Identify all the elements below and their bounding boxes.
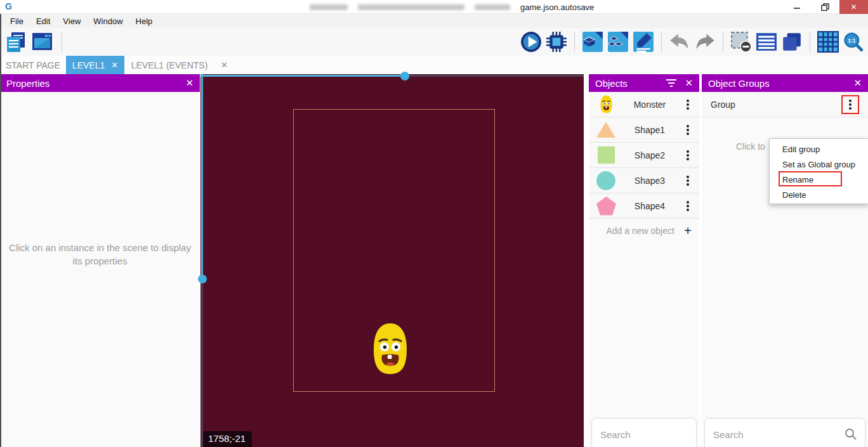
menu-window[interactable]: Window: [87, 16, 129, 26]
menu-file[interactable]: File: [4, 16, 30, 26]
group-row[interactable]: Group: [702, 92, 868, 117]
menu-view[interactable]: View: [56, 16, 87, 26]
vertical-scrollbar-track[interactable]: [201, 279, 203, 447]
object-name: Shape3: [618, 176, 681, 186]
object-menu-icon[interactable]: [687, 179, 689, 182]
object-groups-title: Object Groups: [708, 78, 770, 89]
window-left-border: [0, 14, 1, 447]
object-groups-header: Object Groups ✕: [702, 74, 868, 92]
monster-thumbnail: [594, 94, 618, 114]
monster-instance[interactable]: [369, 321, 411, 376]
instances-list-icon[interactable]: [756, 31, 777, 53]
tab-close-icon[interactable]: ✕: [221, 60, 228, 70]
objects-title: Objects: [595, 78, 628, 89]
menu-item-edit-group[interactable]: Edit group: [770, 142, 868, 157]
object-menu-icon[interactable]: [687, 154, 689, 157]
menu-edit[interactable]: Edit: [30, 16, 56, 26]
menu-item-delete[interactable]: Delete: [770, 188, 868, 203]
objects-search-box[interactable]: [591, 418, 697, 447]
object-row-shape4[interactable]: Shape4: [589, 193, 699, 219]
objects-panel: Objects ✕ Monster: [589, 74, 699, 447]
tab-label: LEVEL1 (EVENTS): [131, 60, 208, 70]
cursor-coordinates: 1758;-21: [203, 431, 252, 447]
object-row-monster[interactable]: Monster: [589, 92, 699, 117]
add-object-label: Add a new object: [596, 226, 684, 236]
toolbar-divider: [62, 32, 62, 52]
group-menu-annotation: [841, 95, 859, 114]
menu-bar: File Edit View Window Help: [0, 14, 868, 28]
square-thumbnail: [594, 146, 618, 164]
tab-level1-events[interactable]: LEVEL1 (EVENTS): [127, 56, 212, 74]
properties-panel: Properties ✕ Click on an instance in the…: [0, 74, 200, 447]
object-row-shape1[interactable]: Shape1: [589, 117, 699, 143]
close-panel-icon[interactable]: ✕: [685, 77, 693, 89]
play-icon[interactable]: [520, 31, 542, 53]
object-groups-body: Group Click to Edit group Set as Global …: [702, 92, 868, 447]
object-row-shape3[interactable]: Shape3: [589, 168, 699, 193]
scene-properties-icon[interactable]: [633, 31, 654, 53]
pentagon-thumbnail: [594, 197, 618, 216]
scene-canvas[interactable]: 1758;-21: [201, 74, 584, 447]
redo-icon[interactable]: [694, 31, 716, 53]
restore-button[interactable]: [811, 0, 839, 14]
toolbar-divider: [723, 32, 723, 52]
object-name: Shape4: [618, 201, 681, 211]
undo-icon[interactable]: [669, 31, 690, 53]
objects-header: Objects ✕: [589, 74, 699, 92]
menu-help[interactable]: Help: [129, 16, 159, 26]
filter-icon[interactable]: [666, 79, 677, 87]
project-manager-icon[interactable]: [5, 31, 27, 53]
toolbar: 1:1: [0, 28, 868, 56]
start-page-icon[interactable]: [32, 31, 53, 53]
gdevelop-logo-icon: G: [5, 1, 15, 11]
editor-tabs: START PAGE LEVEL1 ✕ LEVEL1 (EVENTS) ✕: [0, 56, 868, 74]
vertical-scrollbar[interactable]: [201, 74, 203, 279]
tab-level1[interactable]: LEVEL1 ✕: [66, 56, 124, 74]
close-panel-icon[interactable]: ✕: [185, 77, 194, 89]
zoom-original-icon[interactable]: 1:1: [843, 31, 864, 53]
close-icon: ✕: [850, 3, 857, 11]
plus-icon: +: [684, 224, 692, 237]
menu-item-set-global[interactable]: Set as Global group: [770, 157, 868, 172]
menu-item-rename[interactable]: Rename: [770, 172, 868, 188]
properties-title: Properties: [6, 78, 49, 89]
window-title: game.json.autosave: [310, 0, 594, 14]
horizontal-scrollbar[interactable]: [201, 75, 405, 77]
blurred-title-segment: [358, 4, 464, 10]
layers-icon[interactable]: [781, 31, 803, 53]
close-panel-icon[interactable]: ✕: [853, 77, 862, 89]
svg-text:1:1: 1:1: [848, 37, 856, 44]
triangle-thumbnail: [594, 122, 618, 138]
debug-icon[interactable]: [546, 31, 567, 53]
render-mask-icon[interactable]: [730, 31, 752, 53]
group-context-menu: Edit group Set as Global group Rename De…: [769, 138, 868, 204]
object-menu-icon[interactable]: [687, 205, 689, 207]
add-object-button[interactable]: Add a new object +: [589, 219, 699, 243]
object-menu-icon[interactable]: [687, 129, 689, 131]
title-bar: G game.json.autosave ✕: [0, 0, 868, 14]
close-button[interactable]: ✕: [839, 0, 868, 14]
search-icon: [845, 428, 857, 441]
tab-start-page[interactable]: START PAGE: [0, 56, 66, 74]
tab-close-icon[interactable]: ✕: [111, 60, 118, 70]
object-name: Monster: [618, 100, 681, 110]
properties-empty-message: Click on an instance in the scene to dis…: [5, 241, 195, 268]
instances-editor-icon[interactable]: [607, 31, 629, 53]
minimize-icon: [793, 3, 801, 11]
group-name: Group: [711, 100, 841, 110]
object-menu-icon[interactable]: [687, 103, 689, 106]
group-menu-icon[interactable]: [849, 103, 852, 106]
groups-search-box[interactable]: [704, 418, 865, 447]
blurred-title-segment: [310, 4, 348, 10]
object-row-shape2[interactable]: Shape2: [589, 143, 699, 168]
object-name: Shape1: [618, 125, 681, 135]
grid-icon[interactable]: [817, 31, 839, 53]
groups-search-input[interactable]: [705, 429, 845, 440]
objects-editor-icon[interactable]: [582, 31, 603, 53]
minimize-button[interactable]: [782, 0, 811, 14]
vertical-scrollbar-thumb[interactable]: [198, 275, 207, 283]
horizontal-scrollbar-thumb[interactable]: [400, 72, 409, 81]
blurred-title-segment: [475, 4, 510, 10]
window-title-text: game.json.autosave: [520, 3, 594, 12]
horizontal-scrollbar-track[interactable]: [405, 75, 584, 77]
